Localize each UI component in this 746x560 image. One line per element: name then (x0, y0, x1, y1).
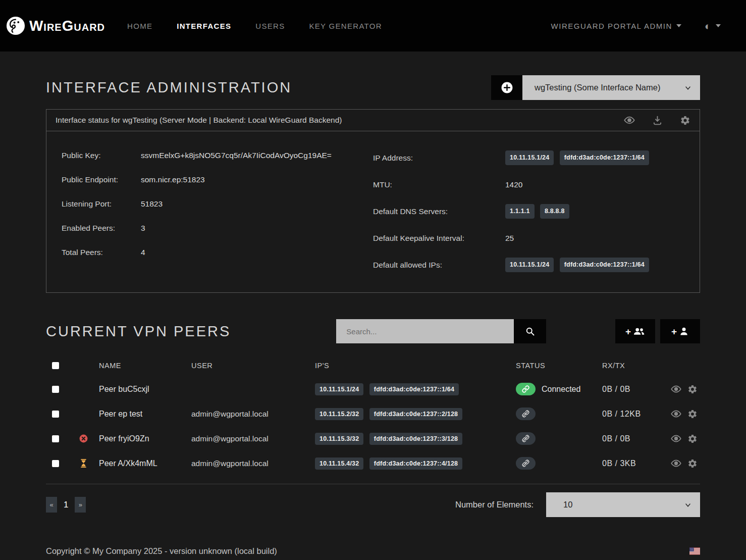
plus-circle-icon (501, 81, 513, 94)
peer-add-buttons: + + (615, 319, 700, 343)
footer: Copyright © My Company 2025 - version un… (0, 546, 746, 560)
user-menu-dropdown[interactable]: WIREGUARD PORTAL ADMIN (551, 22, 681, 30)
peer-edit-button[interactable] (687, 458, 698, 469)
search-group (336, 319, 546, 343)
nav-users[interactable]: USERS (255, 22, 285, 30)
nav-interfaces[interactable]: INTERFACES (177, 22, 231, 30)
pagination-next-button[interactable]: » (75, 497, 86, 513)
col-name: NAME (99, 362, 191, 370)
caret-down-icon (716, 24, 721, 27)
copyright-text: Copyright © My Company 2025 - version un… (46, 546, 277, 556)
edit-interface-button[interactable] (680, 115, 690, 126)
pagination: « 1 » (46, 497, 86, 513)
interface-status-panel-header: Interface status for wgTesting (Server M… (46, 110, 700, 131)
eye-icon (671, 409, 681, 419)
status-badge (516, 408, 536, 420)
dns-badge: 8.8.8.8 (540, 204, 569, 219)
nav-home[interactable]: HOME (127, 22, 152, 30)
plus-icon: + (671, 327, 677, 336)
dns-badge: 1.1.1.1 (505, 204, 535, 219)
peer-edit-button[interactable] (687, 433, 698, 444)
chevron-down-icon (684, 84, 692, 92)
search-icon (525, 326, 535, 336)
peer-name: Peer fryiO9Zn (99, 434, 191, 443)
eye-icon (671, 384, 681, 394)
peer-name: Peer ep test (99, 410, 191, 419)
row-checkbox[interactable] (52, 435, 59, 442)
peer-edit-button[interactable] (687, 409, 698, 419)
pagination-page-1[interactable]: 1 (64, 500, 68, 510)
add-interface-button[interactable] (491, 75, 522, 100)
peer-view-button[interactable] (671, 458, 681, 469)
eye-icon (671, 458, 681, 469)
peer-view-button[interactable] (671, 384, 681, 394)
field-default-dns: Default DNS Servers: 1.1.1.1 8.8.8.8 (373, 204, 684, 219)
peer-name: Peer buC5cxjl (99, 385, 191, 394)
gear-icon (687, 384, 698, 394)
col-rxtx: RX/TX (602, 362, 671, 370)
ip-badge: 10.11.15.1/24 (505, 258, 554, 272)
panel-header-actions (624, 115, 690, 126)
download-icon (652, 115, 663, 126)
interface-status-panel: Interface status for wgTesting (Server M… (46, 109, 700, 293)
peer-rxtx: 0B / 12KB (602, 410, 671, 419)
us-flag-language-icon[interactable] (689, 547, 700, 555)
link-icon (522, 385, 529, 393)
download-config-button[interactable] (652, 115, 663, 126)
status-badge (516, 457, 536, 470)
field-enabled-peers: Enabled Peers: 3 (62, 223, 373, 233)
wireguard-logo-icon (6, 16, 25, 35)
user-menu-label: WIREGUARD PORTAL ADMIN (551, 22, 672, 30)
peer-user: admin@wgportal.local (191, 459, 315, 468)
peer-rxtx: 0B / 3KB (602, 459, 671, 468)
col-user: USER (191, 362, 315, 370)
add-peer-button[interactable]: + (660, 319, 700, 343)
field-ip-address: IP Address: 10.11.15.1/24 fdfd:d3ad:c0de… (373, 150, 684, 165)
interface-selector-group: wgTesting (Some Interface Name) (491, 75, 700, 100)
peer-ipv6-badge: fdfd:d3ad:c0de:1237::4/128 (369, 457, 462, 470)
pagination-prev-button[interactable]: « (46, 497, 57, 513)
eye-icon (671, 433, 681, 444)
link-slash-icon (522, 435, 529, 442)
search-button[interactable] (514, 319, 546, 343)
col-status: STATUS (516, 362, 602, 370)
field-public-endpoint: Public Endpoint: som.nicr.ep:51823 (62, 175, 373, 184)
interface-admin-header: INTERFACE ADMINISTRATION wgTesting (Some… (46, 75, 700, 100)
peer-ipv6-badge: fdfd:d3ad:c0de:1237::1/64 (369, 383, 459, 395)
row-checkbox[interactable] (52, 411, 59, 418)
search-input[interactable] (336, 319, 514, 343)
peers-table: NAME USER IP'S STATUS RX/TX Peer buC5cxj… (46, 354, 700, 484)
select-all-checkbox[interactable] (52, 362, 59, 369)
table-divider (46, 484, 700, 484)
field-mtu: MTU: 1420 (373, 180, 684, 189)
peer-view-button[interactable] (671, 409, 681, 419)
theme-toggle-dropdown[interactable]: ◐ (705, 21, 721, 31)
gear-icon (687, 434, 698, 444)
interface-select-value: wgTesting (Some Interface Name) (535, 83, 660, 92)
add-multiple-peers-button[interactable]: + (615, 319, 655, 343)
page-size-value: 10 (563, 500, 572, 510)
eye-icon (624, 115, 635, 126)
view-config-button[interactable] (624, 115, 635, 126)
interface-select[interactable]: wgTesting (Some Interface Name) (522, 75, 700, 100)
brand-home-link[interactable]: WireGuard (6, 16, 105, 35)
peer-ipv6-badge: fdfd:d3ad:c0de:1237::2/128 (369, 408, 462, 420)
field-listening-port: Listening Port: 51823 (62, 199, 373, 209)
nav-key-generator[interactable]: KEY GENERATOR (309, 22, 382, 30)
page-size-label: Number of Elements: (455, 500, 534, 510)
peer-rxtx: 0B / 0B (602, 434, 671, 443)
page-size-select[interactable]: 10 (546, 492, 700, 517)
ip-badge: fdfd:d3ad:c0de:1237::1/64 (560, 258, 649, 272)
interface-status-title: Interface status for wgTesting (Server M… (56, 116, 342, 125)
half-circle-theme-icon: ◐ (705, 21, 712, 31)
link-slash-icon (522, 410, 529, 418)
peer-ipv4-badge: 10.11.15.1/24 (315, 383, 363, 395)
navbar: WireGuard HOME INTERFACES USERS KEY GENE… (0, 0, 746, 52)
col-ips: IP'S (315, 362, 516, 370)
status-left-column: Public Key: ssvmEelxG+k8jsNO5G7cq5r/Ak7I… (62, 150, 373, 272)
peers-title: CURRENT VPN PEERS (46, 323, 231, 340)
row-checkbox[interactable] (52, 460, 59, 467)
peer-edit-button[interactable] (687, 384, 698, 394)
row-checkbox[interactable] (52, 386, 59, 393)
peer-view-button[interactable] (671, 433, 681, 444)
